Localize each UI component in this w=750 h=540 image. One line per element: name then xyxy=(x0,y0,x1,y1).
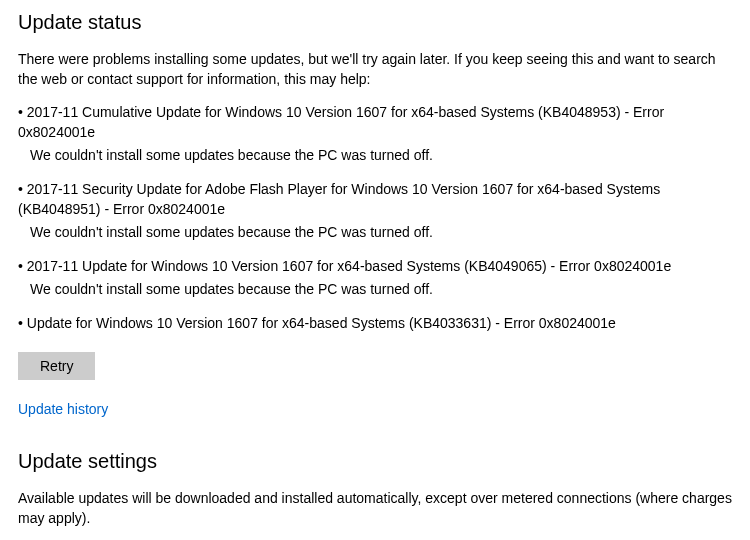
update-settings-intro: Available updates will be downloaded and… xyxy=(18,489,732,528)
update-item-title: Update for Windows 10 Version 1607 for x… xyxy=(18,314,732,334)
update-item: 2017-11 Security Update for Adobe Flash … xyxy=(18,180,732,243)
update-status-section: Update status There were problems instal… xyxy=(18,8,732,419)
update-status-intro: There were problems installing some upda… xyxy=(18,50,732,89)
update-item-reason: We couldn't install some updates because… xyxy=(18,223,732,243)
update-item-reason: We couldn't install some updates because… xyxy=(18,280,732,300)
update-settings-section: Update settings Available updates will b… xyxy=(18,447,732,540)
update-status-title: Update status xyxy=(18,8,732,36)
update-item-title: 2017-11 Security Update for Adobe Flash … xyxy=(18,180,732,219)
update-item-title: 2017-11 Cumulative Update for Windows 10… xyxy=(18,103,732,142)
update-item-reason: We couldn't install some updates because… xyxy=(18,146,732,166)
update-item: Update for Windows 10 Version 1607 for x… xyxy=(18,314,732,334)
update-history-link[interactable]: Update history xyxy=(18,400,108,420)
retry-button[interactable]: Retry xyxy=(18,352,95,380)
update-item: 2017-11 Cumulative Update for Windows 10… xyxy=(18,103,732,166)
update-settings-title: Update settings xyxy=(18,447,732,475)
update-item-title: 2017-11 Update for Windows 10 Version 16… xyxy=(18,257,732,277)
update-item: 2017-11 Update for Windows 10 Version 16… xyxy=(18,257,732,300)
